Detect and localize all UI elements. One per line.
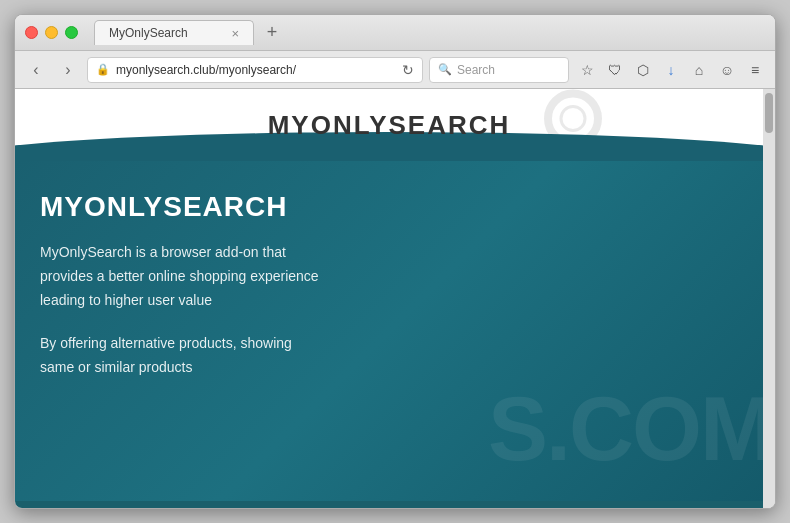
- browser-tab[interactable]: MyOnlySearch ×: [94, 20, 254, 45]
- site-main-title: MYONLYSEARCH: [40, 191, 738, 223]
- tab-bar: MyOnlySearch × +: [94, 20, 765, 45]
- bookmark-icon[interactable]: ☆: [575, 58, 599, 82]
- site-header: MYONLYSEARCH: [15, 89, 763, 161]
- search-placeholder: Search: [457, 63, 495, 77]
- maximize-button[interactable]: [65, 26, 78, 39]
- page-content: MYONLYSEARCH S.COM MYONLYSEARCH MyOnlySe…: [15, 89, 763, 508]
- reader-icon[interactable]: 🛡: [603, 58, 627, 82]
- site-description-2: By offering alternative products, showin…: [40, 332, 320, 380]
- vertical-scrollbar[interactable]: [763, 89, 775, 508]
- search-icon: 🔍: [438, 63, 452, 76]
- close-button[interactable]: [25, 26, 38, 39]
- download-icon[interactable]: ↓: [659, 58, 683, 82]
- back-button[interactable]: ‹: [23, 57, 49, 83]
- menu-icon[interactable]: ≡: [743, 58, 767, 82]
- tab-title: MyOnlySearch: [109, 26, 223, 40]
- new-tab-button[interactable]: +: [260, 21, 284, 45]
- forward-button[interactable]: ›: [55, 57, 81, 83]
- url-security-icon: 🔒: [96, 63, 110, 76]
- tab-close-button[interactable]: ×: [231, 27, 239, 40]
- browser-window: MyOnlySearch × + ‹ › 🔒 myonlysearch.club…: [14, 14, 776, 509]
- refresh-button[interactable]: ↻: [402, 62, 414, 78]
- site-header-title: MYONLYSEARCH: [268, 110, 511, 141]
- pocket-icon[interactable]: ⬡: [631, 58, 655, 82]
- url-bar[interactable]: 🔒 myonlysearch.club/myonlysearch/ ↻: [87, 57, 423, 83]
- site-description-1: MyOnlySearch is a browser add-on that pr…: [40, 241, 320, 312]
- minimize-button[interactable]: [45, 26, 58, 39]
- url-text: myonlysearch.club/myonlysearch/: [116, 63, 396, 77]
- home-icon[interactable]: ⌂: [687, 58, 711, 82]
- browser-content: MYONLYSEARCH S.COM MYONLYSEARCH MyOnlySe…: [15, 89, 775, 508]
- content-wrapper: MYONLYSEARCH MyOnlySearch is a browser a…: [40, 191, 738, 380]
- title-bar: MyOnlySearch × +: [15, 15, 775, 51]
- toolbar-icons: ☆ 🛡 ⬡ ↓ ⌂ ☺ ≡: [575, 58, 767, 82]
- svg-point-1: [561, 107, 585, 131]
- profile-icon[interactable]: ☺: [715, 58, 739, 82]
- site-main: S.COM MYONLYSEARCH MyOnlySearch is a bro…: [15, 161, 763, 501]
- scrollbar-thumb[interactable]: [765, 93, 773, 133]
- traffic-lights: [25, 26, 78, 39]
- address-bar: ‹ › 🔒 myonlysearch.club/myonlysearch/ ↻ …: [15, 51, 775, 89]
- search-bar[interactable]: 🔍 Search: [429, 57, 569, 83]
- watermark-text: S.COM: [488, 378, 763, 481]
